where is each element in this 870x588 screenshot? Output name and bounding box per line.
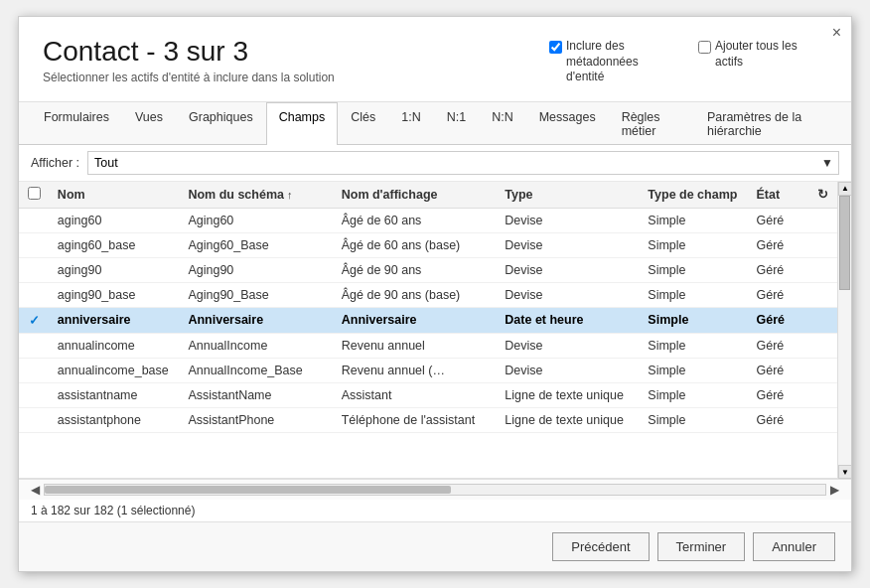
row-schema: AssistantName [180,382,333,407]
row-type: Devise [497,208,640,232]
row-nom: aging60_base [50,232,181,257]
col-header-etat[interactable]: État [748,182,809,209]
col-check[interactable] [19,182,50,209]
col-header-refresh[interactable]: ↻ [809,182,837,209]
row-affichage: Anniversaire [334,307,498,333]
table-row[interactable]: aging90_baseAging90_BaseÂgé de 90 ans (b… [19,282,837,307]
scroll-right-button[interactable]: ▶ [826,483,843,497]
right-scrollbar[interactable]: ▲ ▼ [837,182,851,479]
tab-vues[interactable]: Vues [122,102,176,145]
tab-regles-metier[interactable]: Règles métier [609,102,694,145]
row-typechamp: Simple [640,333,748,358]
tabs-bar: Formulaires Vues Graphiques Champs Clés … [19,102,851,145]
tab-messages[interactable]: Messages [526,102,609,145]
tab-cles[interactable]: Clés [338,102,388,145]
filter-select-wrap: Tout Personnalisé Géré Non géré ▼ [87,151,839,175]
tab-nn[interactable]: N:N [479,102,526,145]
row-affichage: Âgé de 60 ans (base) [334,232,498,257]
row-refresh-cell [809,333,837,358]
scroll-left-button[interactable]: ◀ [27,483,44,497]
tab-parametres-hierarchie[interactable]: Paramètres de la hiérarchie [694,102,839,145]
table-row[interactable]: assistantphoneAssistantPhoneTéléphone de… [19,407,837,432]
row-check-cell[interactable] [19,358,50,382]
scroll-up-button[interactable]: ▲ [838,182,851,196]
scroll-track [838,196,851,465]
tab-champs[interactable]: Champs [266,102,339,145]
table-row[interactable]: annualincome_baseAnnualIncome_BaseRevenu… [19,358,837,382]
row-typechamp: Simple [640,232,748,257]
tab-n1[interactable]: N:1 [434,102,479,145]
row-refresh-cell [809,257,837,282]
table-row[interactable]: ✓anniversaireAnniversaireAnniversaireDat… [19,307,837,333]
row-check-cell[interactable] [19,232,50,257]
scroll-thumb[interactable] [839,196,850,290]
row-refresh-cell [809,232,837,257]
row-refresh-cell [809,358,837,382]
col-header-type[interactable]: Type [497,182,640,209]
dialog-title: Contact - 3 sur 3 [43,35,335,69]
row-typechamp: Simple [640,282,748,307]
row-check-cell[interactable] [19,257,50,282]
col-header-affichage[interactable]: Nom d'affichage [334,182,498,209]
dialog-subtitle: Sélectionner les actifs d'entité à inclu… [43,71,335,84]
row-typechamp: Simple [640,382,748,407]
add-all-assets-label: Ajouter tous les actifs [715,39,827,70]
row-type: Devise [497,333,640,358]
row-nom: annualincome [50,333,181,358]
col-header-typechamp[interactable]: Type de champ [640,182,748,209]
select-all-checkbox[interactable] [28,187,41,200]
add-all-assets-checkbox[interactable] [698,41,711,54]
row-nom: aging90_base [50,282,181,307]
row-etat: Géré [748,382,809,407]
tab-graphiques[interactable]: Graphiques [176,102,266,145]
col-header-schema[interactable]: Nom du schéma [180,182,333,209]
row-check-cell[interactable] [19,382,50,407]
cancel-button[interactable]: Annuler [753,532,835,561]
table-row[interactable]: annualincomeAnnualIncomeRevenu annuelDev… [19,333,837,358]
row-check-cell[interactable] [19,407,50,432]
row-check-cell[interactable] [19,208,50,232]
prev-button[interactable]: Précédent [552,532,649,561]
row-nom: annualincome_base [50,358,181,382]
table-container[interactable]: Nom Nom du schéma Nom d'affichage Type T… [19,182,837,479]
filter-select[interactable]: Tout Personnalisé Géré Non géré [87,151,839,175]
row-schema: Aging60_Base [180,232,333,257]
dialog-header: Contact - 3 sur 3 Sélectionner les actif… [19,17,851,102]
dialog-options: Inclure des métadonnées d'entité Ajouter… [549,39,827,95]
tab-1n[interactable]: 1:N [388,102,433,145]
close-button[interactable]: × [832,25,841,41]
main-dialog: × Contact - 3 sur 3 Sélectionner les act… [18,16,852,572]
horizontal-scroll-thumb[interactable] [45,486,451,494]
add-all-assets-option[interactable]: Ajouter tous les actifs [698,39,827,70]
finish-button[interactable]: Terminer [657,532,746,561]
row-nom: aging90 [50,257,181,282]
include-metadata-checkbox[interactable] [549,41,562,54]
status-bar: 1 à 182 sur 182 (1 sélectionné) [19,500,851,522]
col-header-nom[interactable]: Nom [50,182,181,209]
row-type: Date et heure [497,307,640,333]
include-metadata-option[interactable]: Inclure des métadonnées d'entité [549,39,678,85]
row-etat: Géré [748,358,809,382]
table-row[interactable]: aging60_baseAging60_BaseÂgé de 60 ans (b… [19,232,837,257]
row-etat: Géré [748,232,809,257]
scroll-down-button[interactable]: ▼ [838,465,851,479]
table-body: aging60Aging60Âgé de 60 ansDeviseSimpleG… [19,208,837,432]
check-mark-icon: ✓ [29,314,40,328]
row-type: Devise [497,257,640,282]
row-type: Devise [497,232,640,257]
row-refresh-cell [809,208,837,232]
row-check-cell[interactable] [19,282,50,307]
row-check-cell[interactable] [19,333,50,358]
row-schema: Aging60 [180,208,333,232]
tab-formulaires[interactable]: Formulaires [31,102,122,145]
table-row[interactable]: aging90Aging90Âgé de 90 ansDeviseSimpleG… [19,257,837,282]
row-affichage: Téléphone de l'assistant [334,407,498,432]
row-typechamp: Simple [640,257,748,282]
row-schema: Aging90 [180,257,333,282]
table-row[interactable]: assistantnameAssistantNameAssistantLigne… [19,382,837,407]
row-type: Devise [497,282,640,307]
horizontal-scroll-track[interactable] [44,484,826,496]
row-check-cell[interactable]: ✓ [19,307,50,333]
table-row[interactable]: aging60Aging60Âgé de 60 ansDeviseSimpleG… [19,208,837,232]
row-affichage: Âgé de 60 ans [334,208,498,232]
